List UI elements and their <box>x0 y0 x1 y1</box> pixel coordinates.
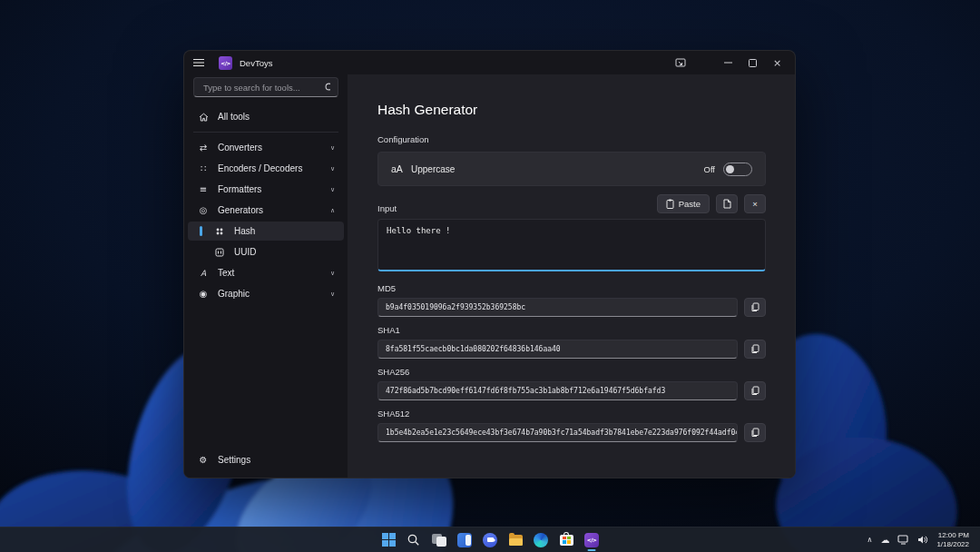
main-content: Hash Generator Configuration aA Uppercas… <box>348 74 795 478</box>
close-button[interactable]: × <box>765 51 789 74</box>
hash-input-textarea[interactable]: Hello there ! <box>377 219 766 271</box>
paste-button[interactable]: Paste <box>657 194 710 213</box>
chevron-down-icon: ∨ <box>330 144 335 152</box>
graphic-icon: ◉ <box>197 289 210 299</box>
md5-row: b9a4f035019096a2f939352b369258bc <box>377 298 766 317</box>
sidebar-item-label: All tools <box>218 112 250 122</box>
file-icon <box>723 199 731 209</box>
chevron-down-icon: ∨ <box>330 186 335 193</box>
minimize-icon <box>724 62 732 64</box>
volume-icon[interactable] <box>917 535 928 545</box>
sha512-output-field[interactable]: 1b5e4b2ea5e1e23c5649ece43bf3e674b7a90b3f… <box>377 423 738 442</box>
sidebar-item-label: Graphic <box>218 289 250 299</box>
sidebar-item-all-tools[interactable]: All tools <box>188 107 344 126</box>
uppercase-icon: aA <box>391 163 411 174</box>
generators-icon: ◎ <box>197 205 210 215</box>
desktop: </> DevToys × <box>0 0 980 552</box>
compact-overlay-icon <box>675 58 686 67</box>
taskbar-chat-button[interactable] <box>479 527 501 552</box>
windows-start-icon <box>382 533 396 547</box>
edge-browser-icon <box>534 533 548 547</box>
chevron-down-icon: ∨ <box>330 291 335 298</box>
sidebar-item-label: Encoders / Decoders <box>218 163 302 173</box>
devtoys-logo-icon: </> <box>219 56 232 70</box>
taskbar-file-explorer-button[interactable] <box>505 527 526 552</box>
uuid-icon <box>213 248 226 257</box>
sha512-row: 1b5e4b2ea5e1e23c5649ece43bf3e674b7a90b3f… <box>377 423 766 442</box>
copy-icon <box>750 344 760 354</box>
paste-button-label: Paste <box>679 199 701 209</box>
compact-overlay-button[interactable] <box>668 51 692 74</box>
tool-search-box[interactable] <box>193 77 338 97</box>
hamburger-icon <box>193 58 204 67</box>
taskbar-store-button[interactable] <box>555 527 577 552</box>
maximize-button[interactable] <box>740 51 765 74</box>
minimize-button[interactable] <box>716 51 740 74</box>
toggle-state-label: Off <box>704 164 716 174</box>
sidebar-item-generators[interactable]: ◎ Generators ∧ <box>188 201 344 220</box>
hash-icon <box>213 227 226 236</box>
sidebar-item-encoders-decoders[interactable]: ∷ Encoders / Decoders ∨ <box>188 159 344 178</box>
taskbar-devtoys-button[interactable]: </> <box>581 527 603 552</box>
nav-menu-button[interactable] <box>193 58 213 67</box>
taskbar-clock[interactable]: 12:00 PM 1/18/2022 <box>936 531 969 549</box>
encoders-decoders-icon: ∷ <box>197 163 210 173</box>
uppercase-setting-card: aA Uppercase Off <box>377 152 766 186</box>
sidebar-item-graphic[interactable]: ◉ Graphic ∨ <box>188 284 344 303</box>
network-icon[interactable] <box>897 535 909 545</box>
chevron-down-icon: ∨ <box>330 270 335 277</box>
taskbar-task-view-button[interactable] <box>428 527 450 552</box>
taskbar-edge-button[interactable] <box>530 527 552 552</box>
sidebar-item-hash[interactable]: Hash <box>188 222 344 241</box>
sidebar-divider <box>193 132 338 133</box>
search-icon <box>325 83 330 93</box>
sha1-row: 8fa581f55caecb0bc1da080202f64836b146aa40 <box>377 340 766 359</box>
chevron-up-icon: ∧ <box>330 207 335 214</box>
converters-icon: ⇄ <box>197 143 210 153</box>
taskbar-search-button[interactable] <box>403 527 425 552</box>
widgets-icon <box>457 533 472 547</box>
search-input[interactable] <box>201 82 325 94</box>
sha512-copy-button[interactable] <box>744 423 766 442</box>
sha1-copy-button[interactable] <box>744 340 766 359</box>
sidebar-item-label: Hash <box>234 226 255 236</box>
selection-indicator <box>200 226 202 236</box>
system-tray: ∧ ☁ 12:00 PM 1/18/2022 <box>867 527 980 552</box>
uppercase-toggle[interactable] <box>723 163 752 176</box>
clock-date: 1/18/2022 <box>936 540 969 549</box>
sidebar-item-uuid[interactable]: UUID <box>188 242 344 261</box>
devtoys-window: </> DevToys × <box>183 50 796 478</box>
sha256-output-field[interactable]: 472f86ad5b7bcd90eff6147fd6f8fb755ac3b1ab… <box>377 381 738 400</box>
title-bar[interactable]: </> DevToys × <box>184 51 795 74</box>
md5-label: MD5 <box>377 283 766 293</box>
tray-chevron-up-icon[interactable]: ∧ <box>867 536 873 544</box>
onedrive-cloud-icon[interactable]: ☁ <box>880 535 889 545</box>
configuration-section-label: Configuration <box>377 134 766 144</box>
load-file-button[interactable] <box>716 194 738 213</box>
chevron-down-icon: ∨ <box>330 165 335 172</box>
md5-copy-button[interactable] <box>744 298 766 317</box>
sidebar-nav: All tools ⇄ Converters ∨ ∷ Encoders / De… <box>184 106 348 304</box>
sha1-output-field[interactable]: 8fa581f55caecb0bc1da080202f64836b146aa40 <box>377 340 738 359</box>
sidebar-item-converters[interactable]: ⇄ Converters ∨ <box>188 138 344 157</box>
formatters-icon: ≡ <box>197 184 210 194</box>
clear-input-button[interactable]: × <box>744 194 766 213</box>
active-app-indicator <box>588 549 596 552</box>
file-explorer-icon <box>509 535 523 546</box>
md5-output-field[interactable]: b9a4f035019096a2f939352b369258bc <box>377 298 738 317</box>
sha256-copy-button[interactable] <box>744 381 766 400</box>
sidebar-item-settings[interactable]: ⚙ Settings <box>188 450 344 469</box>
sidebar-item-text[interactable]: A Text ∨ <box>188 263 344 282</box>
toggle-knob <box>726 165 734 173</box>
input-section-label: Input <box>377 203 397 213</box>
sha1-label: SHA1 <box>377 325 766 335</box>
maximize-icon <box>749 59 757 67</box>
sidebar-item-label: Converters <box>218 143 262 153</box>
copy-icon <box>750 428 760 438</box>
sidebar-item-formatters[interactable]: ≡ Formatters ∨ <box>188 180 344 199</box>
sidebar: All tools ⇄ Converters ∨ ∷ Encoders / De… <box>184 74 348 478</box>
taskbar-widgets-button[interactable] <box>454 527 475 552</box>
home-icon <box>197 113 210 122</box>
taskbar-start-button[interactable] <box>377 527 399 552</box>
text-icon: A <box>197 269 210 278</box>
